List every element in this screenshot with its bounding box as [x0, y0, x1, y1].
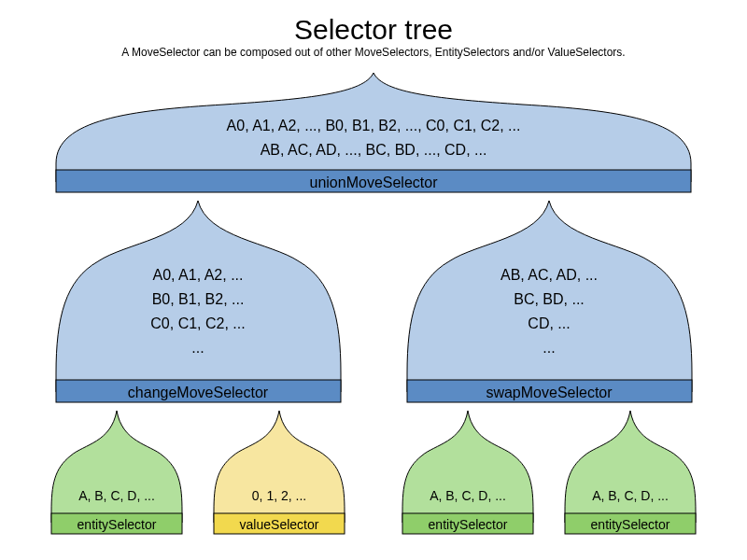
- leaf-1: 0, 1, 2, ... valueSelector: [214, 411, 345, 534]
- mid-left-line-1: B0, B1, B2, ...: [152, 291, 245, 307]
- page-subtitle: A MoveSelector can be composed out of ot…: [121, 46, 625, 59]
- mid-right-line-2: CD, ...: [528, 315, 570, 331]
- mid-right-label: swapMoveSelector: [486, 385, 613, 400]
- leaf-0-label: entitySelector: [78, 517, 157, 532]
- leaf-2: A, B, C, D, ... entitySelector: [402, 411, 533, 534]
- leaf-1-content: 0, 1, 2, ...: [252, 488, 306, 503]
- root-line-1: AB, AC, AD, ..., BC, BD, ..., CD, ...: [261, 142, 487, 158]
- root-line-0: A0, A1, A2, ..., B0, B1, B2, ..., C0, C1…: [227, 118, 521, 133]
- leaf-1-label: valueSelector: [240, 517, 319, 532]
- mid-right-balloon: AB, AC, AD, ... BC, BD, ... CD, ... ... …: [407, 201, 692, 402]
- leaf-2-label: entitySelector: [429, 517, 508, 532]
- leaf-3: A, B, C, D, ... entitySelector: [565, 411, 696, 534]
- root-balloon: A0, A1, A2, ..., B0, B1, B2, ..., C0, C1…: [56, 73, 691, 192]
- leaf-3-label: entitySelector: [591, 517, 670, 532]
- leaf-2-content: A, B, C, D, ...: [430, 488, 506, 503]
- mid-right-line-0: AB, AC, AD, ...: [500, 267, 598, 283]
- mid-left-balloon: A0, A1, A2, ... B0, B1, B2, ... C0, C1, …: [56, 201, 341, 402]
- mid-left-line-3: ...: [191, 340, 204, 356]
- mid-left-line-2: C0, C1, C2, ...: [150, 315, 245, 331]
- mid-left-line-0: A0, A1, A2, ...: [153, 267, 244, 283]
- leaf-3-content: A, B, C, D, ...: [592, 488, 669, 503]
- leaf-0: A, B, C, D, ... entitySelector: [51, 411, 182, 534]
- mid-right-line-3: ...: [543, 340, 555, 356]
- mid-right-line-1: BC, BD, ...: [514, 291, 585, 307]
- mid-left-label: changeMoveSelector: [128, 385, 269, 400]
- root-label: unionMoveSelector: [310, 175, 439, 190]
- leaf-0-content: A, B, C, D, ...: [78, 488, 155, 503]
- page-title: Selector tree: [294, 14, 453, 45]
